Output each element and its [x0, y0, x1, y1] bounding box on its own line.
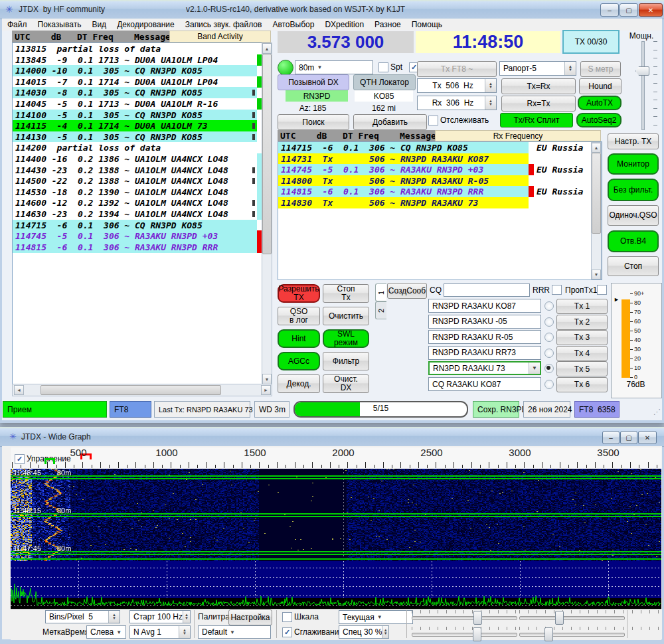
minimize-icon[interactable]: – [602, 431, 620, 444]
hound-button[interactable]: Hound [579, 78, 622, 94]
search-button[interactable]: Поиск [278, 114, 349, 130]
slider-track-1[interactable] [412, 616, 517, 620]
tab-messages-1[interactable]: 1 [375, 283, 386, 301]
split-button[interactable]: Tx/Rx Сплит [500, 113, 573, 127]
side-button-1[interactable]: Настр. TX [608, 133, 659, 149]
decoded-row[interactable]: 114400 -16 0.2 1386 ~ UA1OLM UA4NCX LO48 [13, 153, 262, 165]
track-checkbox[interactable] [428, 116, 438, 125]
slider-handle-1[interactable] [473, 611, 482, 625]
maximize-icon[interactable]: ▢ [620, 3, 638, 17]
maximize-icon[interactable]: ▢ [620, 431, 637, 444]
message-field-6[interactable]: CQ RA3AKU KO87 [428, 377, 541, 391]
decoded-row[interactable]: 114115 -4 0.1 1714 ~ DU0A UA1OLM 73 [13, 120, 262, 131]
autotx-button[interactable]: AutoTX [578, 96, 622, 110]
palette-dropdown[interactable]: Default ▼ [198, 625, 271, 639]
add-button[interactable]: Добавить [353, 114, 427, 130]
spinner-down-icon[interactable]: ▼ [185, 617, 189, 620]
ctrl-button-7[interactable]: AGCc [278, 352, 320, 370]
rx-eq-tx-button[interactable]: Rx=Tx [501, 96, 576, 112]
decoded-row[interactable]: 114530 -18 0.2 1390 ~ UA1OLM UA4NCX LO48 [13, 187, 262, 198]
scrollbar-thumb[interactable] [592, 153, 601, 234]
decoded-row[interactable]: 114830 Tx 506 ~ RN3PD RA3AKU 73 [278, 197, 602, 208]
scroll-down-icon[interactable]: ▼ [262, 374, 272, 384]
tx-button-2[interactable]: Tx 2 [556, 315, 608, 330]
band-activity-vscrollbar[interactable]: ▲ ▼ [262, 42, 272, 385]
ctrl-button-8[interactable]: Фильтр [323, 352, 369, 370]
menu-item-Запись звук. файлов[interactable]: Запись звук. файлов [180, 19, 268, 31]
slider-track-3[interactable] [412, 633, 517, 637]
start-freq-spinner[interactable]: Старт 100 Hz ▲▼ [129, 610, 191, 623]
slider-handle-2[interactable] [555, 611, 564, 625]
decoded-row[interactable]: 114045 -5 0.1 1713 ~ DU0A UA1OLM R-16 [13, 98, 262, 110]
timestamp-position-dropdown[interactable]: Слева ▼ [86, 625, 126, 639]
message-field-1[interactable]: RN3PD RA3AKU KO87 [428, 299, 541, 313]
message-radio-1[interactable] [544, 301, 554, 311]
autoseq-button[interactable]: AutoSeq2 [576, 113, 622, 127]
slider-track-4[interactable] [519, 633, 625, 637]
rx-freq-marker[interactable] [44, 458, 55, 464]
side-button-6[interactable]: Стоп [608, 256, 659, 276]
menu-item-Вид[interactable]: Вид [86, 19, 112, 31]
scrollbar-thumb[interactable] [41, 385, 221, 395]
decoded-row[interactable]: 114100 -5 0.1 305 ~ CQ RN3PD KO85 [13, 110, 262, 121]
decoded-row[interactable]: 114815 -6 0.1 306 ~ RA3AKU RN3PD RRR [13, 242, 262, 253]
ctrl-button-9[interactable]: Декод. [278, 374, 320, 393]
message-radio-4[interactable] [544, 349, 554, 358]
rx-frequency-list[interactable]: 114715 -6 0.1 306 ~ CQ RN3PD KO85EU Russ… [278, 141, 602, 280]
status-save[interactable]: Сохр. RN3PD [473, 401, 519, 418]
ctrl-button-1[interactable]: Разрешить TX [278, 284, 320, 303]
smeter-button[interactable]: S метр [580, 61, 621, 77]
decoded-row[interactable]: 113845 -9 0.1 1713 ~ DU0A UA1OLM LP04 [13, 54, 262, 66]
tx-eq-rx-button[interactable]: Tx=Rx [501, 78, 576, 94]
side-button-4[interactable]: Одиноч.QSO [608, 205, 659, 226]
generate-messages-button[interactable]: СоздСооб [387, 283, 427, 299]
minimize-icon[interactable]: – [600, 3, 619, 17]
wide-graph-titlebar[interactable]: ✳ JTDX - Wide Graph – ▢ ✕ [0, 427, 664, 447]
spinner-down-icon[interactable]: ▼ [112, 617, 116, 620]
bins-per-pixel-spinner[interactable]: Bins/Pixel 5 ▲▼ [45, 610, 120, 623]
decoded-row[interactable]: 114815 -6 0.1 306 ~ RA3AKU RN3PD RRREU R… [278, 186, 602, 197]
rx-freq-spinner[interactable]: Rx 306 Hz ▲▼ [417, 96, 497, 110]
tx-button-3[interactable]: Tx 3 [556, 330, 608, 345]
controls-checkbox[interactable]: ✓ [15, 454, 25, 464]
palette-settings-button[interactable]: Настройка [228, 609, 272, 625]
message-field-2[interactable]: RN3PD RA3AKU -05 [428, 315, 541, 329]
tx-button-1[interactable]: Tx 1 [556, 299, 608, 314]
spinner-down-icon[interactable]: ▼ [183, 632, 187, 635]
skip-tx1-checkbox[interactable] [597, 285, 607, 295]
decoded-row[interactable]: 114130 -5 0.1 305 ~ CQ RN3PD KO85 [13, 131, 262, 143]
smoothing-checkbox[interactable]: ✓ [282, 627, 292, 637]
scrollbar-thumb[interactable] [262, 54, 272, 254]
ctrl-button-5[interactable]: Hint [278, 329, 320, 348]
waterfall-display[interactable] [11, 469, 661, 561]
navg-spinner[interactable]: N Avg 1 ▲▼ [129, 625, 191, 639]
scroll-left-icon[interactable]: ◄ [14, 385, 24, 395]
rrr-checkbox[interactable] [552, 285, 562, 295]
cq-input[interactable] [444, 283, 530, 297]
dx-call-field[interactable]: RN3PD [286, 90, 348, 102]
rx-frequency-vscrollbar[interactable]: ▲ ▼ [591, 142, 602, 280]
menu-item-DXpedition[interactable]: DXpedition [319, 19, 369, 31]
dx-grid-field[interactable]: KO85 [355, 90, 413, 102]
scroll-up-icon[interactable]: ▲ [592, 143, 601, 153]
menu-item-Разное[interactable]: Разное [369, 19, 406, 31]
decoded-row[interactable]: 114630 -23 0.2 1394 ~ UA1OLM UA4NCX LO48 [13, 208, 262, 220]
slider-handle-4[interactable] [544, 627, 553, 641]
message-radio-2[interactable] [544, 317, 554, 327]
menu-item-АвтоВыбор[interactable]: АвтоВыбор [267, 19, 319, 31]
spectrum-display[interactable] [11, 561, 661, 609]
decoded-row[interactable]: 114030 -8 0.1 305 ~ CQ RN3PD KO85 [13, 87, 262, 98]
spinner-down-icon[interactable]: ▼ [489, 103, 493, 106]
dx-call-button[interactable]: Позывной DX [278, 74, 349, 90]
spinner-down-icon[interactable]: ▼ [489, 86, 493, 89]
message-field-3[interactable]: RN3PD RA3AKU R-05 [428, 330, 541, 344]
ctrl-button-3[interactable]: QSO в лог [278, 307, 320, 325]
decoded-row[interactable]: 114800 Tx 506 ~ RN3PD RA3AKU R-05 [278, 175, 602, 187]
chevron-down-icon[interactable]: ▼ [529, 362, 540, 374]
side-button-2[interactable]: Монитор [608, 153, 659, 175]
band-activity-list[interactable]: 113815 partial loss of data113845 -9 0.1… [12, 42, 263, 385]
tx-button-6[interactable]: Tx 6 [556, 377, 608, 392]
decoded-row[interactable]: 114200 partial loss of data [13, 142, 262, 153]
report-spinner[interactable]: Рапорт-5 ▲▼ [499, 61, 576, 76]
decoded-row[interactable]: 114015 -7 0.1 1714 ~ DU0A UA1OLM LP04 [13, 76, 262, 88]
